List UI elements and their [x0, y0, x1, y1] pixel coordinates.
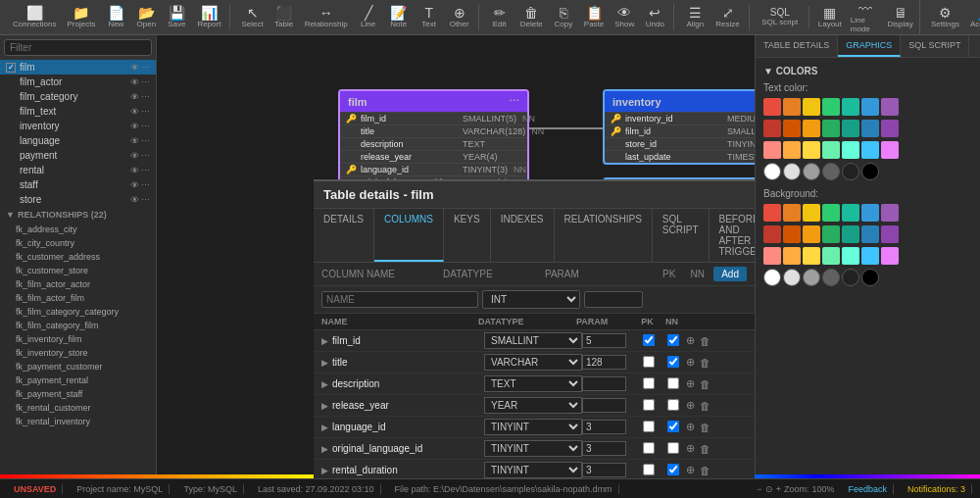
column-param-input[interactable]: [584, 291, 643, 308]
right-tab-table-details[interactable]: TABLE DETAILS: [756, 35, 838, 57]
col-type-select[interactable]: TEXT INTVARCHARTEXTSMALLINT TINYINTDECIM…: [484, 375, 582, 392]
other-btn[interactable]: ⊕Other: [445, 4, 474, 30]
col-param-input[interactable]: [582, 463, 626, 477]
col-nn-checkbox[interactable]: [667, 377, 679, 389]
gray-swatch[interactable]: [861, 163, 879, 180]
col-delete-btn[interactable]: 🗑: [699, 334, 711, 348]
gray-swatch[interactable]: [763, 163, 781, 180]
settings-btn[interactable]: ⚙Settings: [926, 4, 964, 30]
rel-fk-payment-staff[interactable]: fk_payment_staff: [0, 387, 156, 401]
color-swatch[interactable]: [822, 225, 840, 243]
sidebar-item-film[interactable]: ✓film 👁⋯: [0, 60, 156, 75]
gray-swatch[interactable]: [822, 163, 840, 180]
rel-fk-film-actor-film[interactable]: fk_film_actor_film: [0, 291, 156, 305]
color-swatch[interactable]: [763, 225, 781, 243]
gray-swatch[interactable]: [803, 269, 820, 286]
color-swatch[interactable]: [783, 204, 801, 222]
rel-fk-payment-customer[interactable]: fk_payment_customer: [0, 360, 156, 374]
table-btn[interactable]: ⬛Table: [270, 4, 299, 30]
color-swatch[interactable]: [822, 120, 840, 137]
col-delete-btn[interactable]: 🗑: [699, 356, 711, 370]
sidebar-item-inventory[interactable]: inventory 👁⋯: [0, 119, 156, 133]
column-type-select[interactable]: INTVARCHARTEXTSMALLINTTINYINTDECIMALTIME…: [482, 290, 580, 309]
color-swatch[interactable]: [803, 204, 820, 222]
table-row[interactable]: ▶ language_id TINYINT INTVARCHARTEXTSMAL…: [314, 417, 755, 438]
col-param-input[interactable]: [582, 441, 626, 456]
col-type-select[interactable]: TINYINT INTVARCHARTEXTSMALLINT TINYINTDE…: [484, 462, 582, 478]
color-swatch[interactable]: [783, 141, 801, 159]
rel-fk-payment-rental[interactable]: fk_payment_rental: [0, 374, 156, 387]
modal-tab-keys[interactable]: KEYS: [444, 209, 491, 262]
gray-swatch[interactable]: [822, 269, 840, 286]
color-swatch[interactable]: [783, 247, 801, 265]
color-swatch[interactable]: [861, 204, 879, 222]
zoom-controls[interactable]: − ⊙ + Zoom: 100%: [757, 484, 834, 494]
rel-fk-customer-store[interactable]: fk_customer_store: [0, 264, 156, 277]
modal-tab-sql[interactable]: SQL SCRIPT: [653, 209, 710, 262]
col-param-input[interactable]: [582, 333, 626, 348]
sidebar-item-film-actor[interactable]: film_actor 👁⋯: [0, 75, 156, 89]
table-row[interactable]: ▶ film_id SMALLINT INTVARCHARTEXTSMALLIN…: [314, 330, 755, 352]
column-name-input[interactable]: [321, 291, 478, 308]
col-nn-checkbox[interactable]: [667, 464, 679, 475]
rel-fk-city-country[interactable]: fk_city_country: [0, 236, 156, 250]
color-swatch[interactable]: [783, 225, 801, 243]
col-pk-checkbox[interactable]: [643, 442, 655, 454]
color-swatch[interactable]: [803, 141, 820, 159]
col-pk-checkbox[interactable]: [643, 334, 655, 346]
color-swatch[interactable]: [763, 247, 781, 265]
inventory-table-menu[interactable]: ⋯: [754, 95, 755, 108]
color-swatch[interactable]: [822, 204, 840, 222]
delete-btn[interactable]: 🗑Delete: [515, 4, 548, 30]
color-swatch[interactable]: [842, 225, 859, 243]
modal-tab-columns[interactable]: COLUMNS: [374, 209, 444, 262]
col-param-input[interactable]: [582, 376, 626, 391]
col-move-btn[interactable]: ⊕: [685, 420, 696, 434]
sidebar-item-payment[interactable]: payment 👁⋯: [0, 148, 156, 163]
expand-icon[interactable]: ▶: [321, 336, 328, 346]
color-swatch[interactable]: [822, 98, 840, 116]
rel-fk-customer-address[interactable]: fk_customer_address: [0, 250, 156, 264]
color-swatch[interactable]: [783, 120, 801, 137]
inventory-table[interactable]: inventory ⋯ 🔑inventory_idMEDIUMINT(8)NN …: [603, 89, 755, 165]
color-swatch[interactable]: [842, 98, 859, 116]
col-param-input[interactable]: [582, 398, 626, 413]
color-swatch[interactable]: [881, 98, 899, 116]
color-swatch[interactable]: [763, 204, 781, 222]
col-nn-checkbox[interactable]: [667, 421, 679, 432]
rel-fk-address-city[interactable]: fk_address_city: [0, 223, 156, 236]
col-pk-checkbox[interactable]: [643, 377, 655, 389]
modal-tab-relationships[interactable]: RELATIONSHIPS: [555, 209, 653, 262]
col-nn-checkbox[interactable]: [667, 356, 679, 368]
feedback-link[interactable]: Feedback: [842, 484, 894, 494]
color-swatch[interactable]: [783, 98, 801, 116]
color-swatch[interactable]: [881, 247, 899, 265]
relationship-btn[interactable]: ↔Relationship: [300, 4, 353, 30]
color-swatch[interactable]: [861, 98, 879, 116]
zoom-in-icon[interactable]: +: [776, 484, 781, 494]
report-btn[interactable]: 📊Report: [192, 4, 225, 30]
show-btn[interactable]: 👁Show: [610, 4, 639, 30]
rel-fk-film-actor-actor[interactable]: fk_film_actor_actor: [0, 277, 156, 291]
rel-fk-inventory-film[interactable]: fk_inventory_film: [0, 332, 156, 346]
expand-icon[interactable]: ▶: [321, 401, 328, 411]
sidebar-item-film-text[interactable]: film_text 👁⋯: [0, 104, 156, 119]
col-move-btn[interactable]: ⊕: [685, 355, 696, 370]
sidebar-item-language[interactable]: language 👁⋯: [0, 133, 156, 148]
col-move-btn[interactable]: ⊕: [685, 398, 696, 413]
note-btn[interactable]: 📝Note: [384, 4, 414, 30]
copy-btn[interactable]: ⎘Copy: [549, 4, 578, 30]
expand-icon[interactable]: ▶: [321, 379, 328, 389]
gray-swatch[interactable]: [783, 269, 801, 286]
line-btn[interactable]: ╱Line: [354, 4, 383, 30]
color-swatch[interactable]: [842, 141, 859, 159]
color-swatch[interactable]: [763, 98, 781, 116]
color-swatch[interactable]: [803, 98, 820, 116]
filter-input[interactable]: [4, 39, 152, 56]
rel-fk-rental-inventory[interactable]: fk_rental_inventory: [0, 415, 156, 428]
col-nn-checkbox[interactable]: [667, 334, 679, 346]
col-delete-btn[interactable]: 🗑: [699, 377, 711, 391]
table-row[interactable]: ▶ original_language_id TINYINT INTVARCHA…: [314, 438, 755, 460]
gray-swatch[interactable]: [783, 163, 801, 180]
col-type-select[interactable]: TINYINT INTVARCHARTEXTSMALLINT TINYINTDE…: [484, 419, 582, 435]
